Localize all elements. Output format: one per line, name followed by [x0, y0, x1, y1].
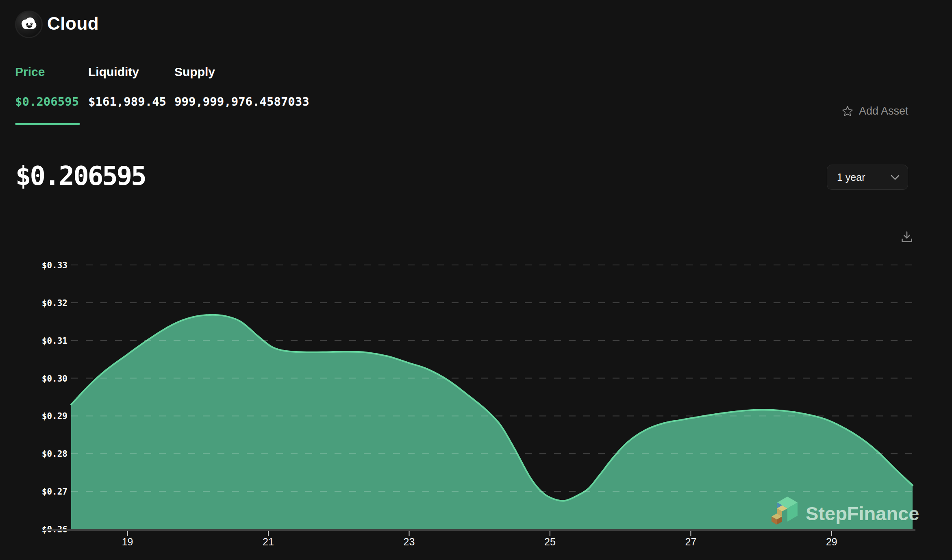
y-tick-label: $0.28: [42, 449, 67, 459]
x-tick-label: 29: [826, 536, 837, 547]
y-tick-label: $0.27: [42, 487, 67, 497]
x-tick-label: 21: [263, 536, 274, 547]
x-tick-label: 23: [404, 536, 415, 547]
x-tick-label: 27: [685, 536, 696, 547]
y-tick-label: $0.31: [42, 336, 67, 346]
x-tick-label: 25: [544, 536, 556, 547]
x-tick-label: 19: [122, 536, 133, 547]
area-series-group: [71, 315, 913, 529]
price-area-chart[interactable]: $0.33$0.32$0.31$0.30$0.29$0.28$0.27$0.26…: [0, 0, 952, 560]
y-tick-label: $0.29: [42, 411, 67, 421]
y-tick-label: $0.30: [42, 374, 67, 384]
y-tick-label: $0.33: [42, 260, 67, 270]
stepfinance-watermark-text: StepFinance: [806, 503, 919, 524]
y-tick-label: $0.32: [42, 298, 67, 308]
price-area-fill: [71, 315, 913, 529]
